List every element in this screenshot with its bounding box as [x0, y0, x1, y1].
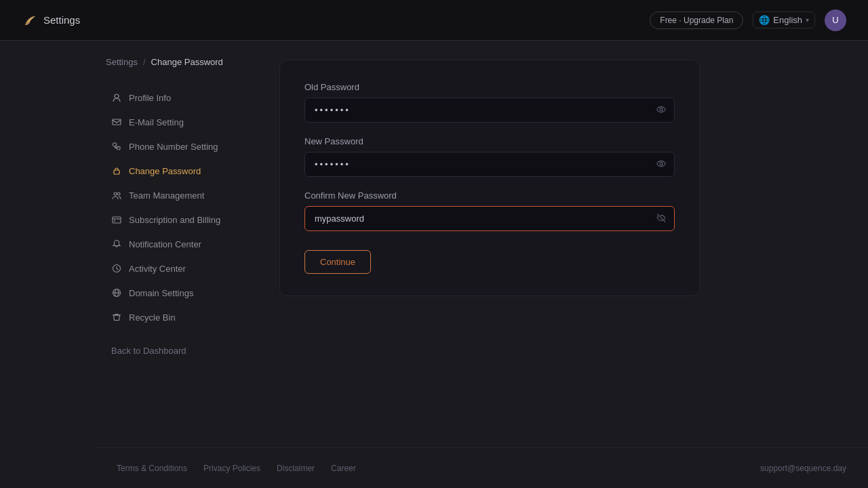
footer-disclaimer[interactable]: Disclaimer [277, 464, 315, 473]
trash-icon [111, 312, 122, 323]
sidebar-item-label: Notification Center [129, 239, 201, 249]
svg-point-4 [117, 192, 120, 195]
svg-point-12 [657, 161, 665, 166]
main-content: Old Password New Password Confirm New Pa… [258, 41, 868, 447]
profile-icon [111, 92, 122, 103]
app-logo [22, 12, 38, 28]
domain-icon [111, 287, 122, 298]
svg-point-3 [114, 192, 117, 195]
sidebar-item-subscription[interactable]: Subscription and Billing [100, 208, 252, 231]
breadcrumb: Settings / Change Password [95, 57, 258, 67]
footer-career[interactable]: Career [331, 464, 356, 473]
sidebar-item-change-password[interactable]: Change Password [100, 159, 252, 182]
svg-point-6 [114, 220, 115, 222]
sidebar-item-email-setting[interactable]: E-Mail Setting [100, 110, 252, 134]
toggle-new-password-icon[interactable] [656, 158, 667, 171]
sidebar-item-domain[interactable]: Domain Settings [100, 281, 252, 304]
svg-point-11 [660, 108, 663, 110]
confirm-password-group: Confirm New Password [304, 190, 675, 231]
lock-icon [111, 165, 122, 176]
upgrade-button[interactable]: Free · Upgrade Plan [650, 12, 743, 29]
svg-point-10 [657, 106, 665, 112]
sidebar-item-label: Change Password [129, 166, 201, 176]
sidebar-item-label: Subscription and Billing [129, 215, 220, 225]
sidebar: Settings / Change Password Profile Info … [95, 41, 258, 447]
old-password-label: Old Password [304, 82, 675, 92]
breadcrumb-separator: / [143, 57, 146, 67]
breadcrumb-current: Change Password [151, 57, 223, 67]
footer-links: Terms & Conditions Privacy Policies Disc… [117, 464, 356, 473]
confirm-password-input-wrap [304, 206, 675, 231]
sidebar-item-label: Domain Settings [129, 288, 193, 298]
confirm-password-input[interactable] [304, 206, 675, 231]
old-password-input[interactable] [304, 98, 675, 123]
bell-icon [111, 239, 122, 249]
chevron-down-icon: ▾ [806, 16, 809, 24]
svg-rect-1 [113, 119, 121, 125]
sidebar-item-recycle[interactable]: Recycle Bin [100, 306, 252, 329]
phone-icon [111, 141, 122, 152]
topnav-left: Settings [22, 12, 80, 28]
footer-privacy[interactable]: Privacy Policies [203, 464, 260, 473]
email-icon [111, 117, 122, 127]
old-password-group: Old Password [304, 82, 675, 123]
sidebar-item-notification[interactable]: Notification Center [100, 232, 252, 256]
breadcrumb-parent[interactable]: Settings [106, 57, 138, 67]
change-password-form: Old Password New Password Confirm New Pa… [279, 60, 700, 296]
continue-button[interactable]: Continue [304, 250, 371, 274]
sidebar-item-label: Recycle Bin [129, 312, 176, 323]
toggle-old-password-icon[interactable] [656, 104, 667, 117]
svg-rect-5 [113, 217, 121, 223]
sidebar-item-label: E-Mail Setting [129, 117, 184, 127]
sidebar-item-label: Team Management [129, 190, 204, 201]
sidebar-item-profile-info[interactable]: Profile Info [100, 86, 252, 109]
activity-icon [111, 263, 122, 274]
sidebar-item-activity[interactable]: Activity Center [100, 257, 252, 280]
sidebar-item-label: Phone Number Setting [129, 142, 218, 152]
footer-terms[interactable]: Terms & Conditions [117, 464, 187, 473]
new-password-label: New Password [304, 136, 675, 146]
sidebar-item-label: Activity Center [129, 264, 186, 274]
footer-support-email[interactable]: support@sequence.day [760, 464, 846, 473]
sidebar-item-team-management[interactable]: Team Management [100, 184, 252, 207]
svg-point-0 [115, 94, 119, 98]
language-label: English [773, 15, 802, 25]
language-selector[interactable]: 🌐 English ▾ [753, 12, 815, 28]
new-password-input[interactable] [304, 152, 675, 177]
toggle-confirm-password-icon[interactable] [656, 212, 667, 225]
back-to-dashboard[interactable]: Back to Dashboard [95, 340, 258, 362]
app-title: Settings [43, 14, 80, 26]
svg-rect-2 [114, 170, 119, 174]
svg-point-13 [660, 162, 663, 165]
old-password-input-wrap [304, 98, 675, 123]
confirm-password-label: Confirm New Password [304, 190, 675, 201]
new-password-input-wrap [304, 152, 675, 177]
topnav: Settings Free · Upgrade Plan 🌐 English ▾… [0, 0, 868, 41]
topnav-right: Free · Upgrade Plan 🌐 English ▾ U [650, 9, 846, 31]
team-icon [111, 190, 122, 201]
new-password-group: New Password [304, 136, 675, 177]
sidebar-item-label: Profile Info [129, 93, 171, 103]
globe-icon: 🌐 [759, 15, 770, 25]
footer: Terms & Conditions Privacy Policies Disc… [95, 447, 868, 488]
subscription-icon [111, 214, 122, 225]
sidebar-item-phone-setting[interactable]: Phone Number Setting [100, 135, 252, 158]
avatar[interactable]: U [825, 9, 846, 31]
